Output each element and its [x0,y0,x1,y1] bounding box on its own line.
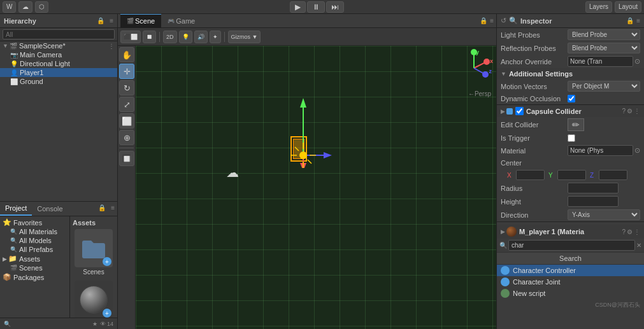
help-icon[interactable]: ? [622,228,626,235]
hierarchy-item[interactable]: ▼ 🎬 SampleScene* ⋮ [0,41,117,50]
radius-input[interactable]: 0.5 [568,183,619,193]
toggle-audio-button[interactable]: 🔊 [194,31,208,43]
scene-tab-icon: 🎬 [127,18,134,24]
transform-tool[interactable]: ⊕ [119,130,134,145]
tree-item-favorites[interactable]: ⭐ Favorites [1,218,68,227]
shading-mode-button[interactable]: 🔲 [143,31,156,43]
dynamic-occlusion-checkbox[interactable] [568,95,575,102]
edit-collider-button[interactable]: ✏ [568,118,584,131]
search-button[interactable]: Search [497,252,644,265]
hierarchy-item[interactable]: 📷 Main Camera [0,50,117,59]
collider-material-value: ⊙ [568,145,640,156]
tree-item-all-prefabs[interactable]: 🔍 All Prefabs [1,245,68,254]
scene-viewport[interactable]: x y z ←Persp [136,46,496,329]
tree-label: Assets [19,255,40,263]
menu-icon[interactable]: ≡ [108,202,117,216]
pause-button[interactable]: ⏸ [307,1,325,13]
material-input[interactable] [568,145,633,156]
overflow-icon[interactable]: ⋮ [634,108,640,115]
hierarchy-item[interactable]: 💡 Directional Light [0,59,117,68]
is-trigger-checkbox[interactable] [568,134,575,142]
y-axis-label: y [476,49,479,55]
tree-item-assets[interactable]: ▶ 📁 Assets [1,254,68,263]
menu-icon[interactable]: ≡ [110,17,113,24]
center-x-input[interactable]: 0 [516,170,545,180]
center-y-input[interactable]: 0 [557,170,586,180]
collab-button[interactable]: ☁ [18,1,32,13]
layout-button[interactable]: Layout [615,1,641,13]
hierarchy-item[interactable]: ⬜ Ground [0,77,117,86]
toggle-fx-button[interactable]: ✦ [210,31,221,43]
collider-enabled-checkbox[interactable] [515,107,524,115]
material-search-section: ▶ M_player 1 (Materia ? ⚙ ⋮ 🔍 ✕ Search [497,221,644,313]
settings-icon[interactable]: ⚙ [627,108,633,115]
add-icon: + [103,309,111,318]
search-result-character-controller[interactable]: Character Controller [497,265,644,276]
hierarchy-search-input[interactable] [3,29,115,39]
w-button[interactable]: W [3,1,16,13]
scale-tool[interactable]: ⤢ [119,97,134,112]
unity-logo-button[interactable]: ⬡ [35,1,48,13]
step-button[interactable]: ⏭ [326,1,344,13]
tab-scene[interactable]: 🎬 Scene [120,14,161,28]
capsule-collider-header[interactable]: ▶ Capsule Collider ? ⚙ ⋮ [497,104,644,117]
clear-icon[interactable]: ✕ [636,242,641,249]
settings-icon[interactable]: ⚙ [627,228,633,235]
capsule-collider-title: Capsule Collider [526,108,619,115]
collapse-icon: ▼ [501,71,506,77]
eye-icon: 👁 [100,321,106,327]
menu-icon[interactable]: ≡ [636,17,640,24]
toggle-2d-button[interactable]: 2D [163,31,177,43]
help-icon[interactable]: ? [622,108,626,115]
center-z-input[interactable]: 0 [599,170,627,180]
gizmos-button[interactable]: Gizmos ▼ [228,31,261,43]
additional-settings-header[interactable]: ▼ Additional Settings [497,68,644,80]
center-panel: 🎬 Scene 🎮 Game 🔒 ≡ ⬛⬜ 🔲 2D 💡 🔊 ✦ Gizmos … [118,14,496,329]
material-section-header[interactable]: ▶ M_player 1 (Materia ? ⚙ ⋮ [497,225,644,239]
rect-tool[interactable]: ⬜ [119,113,134,129]
hand-tool[interactable]: ✋ [119,47,134,62]
tree-item-packages[interactable]: 📦 Packages [1,272,68,282]
move-tool[interactable]: ✛ [119,64,134,79]
display-mode-button[interactable]: ⬛⬜ [120,31,141,43]
center-xyz-row: X 0 Y 0 Z 0 [497,169,644,181]
tree-item-all-materials[interactable]: 🔍 All Materials [1,227,68,236]
search-result-character-joint[interactable]: Character Joint [497,276,644,288]
context-icon[interactable]: ⋮ [108,43,115,50]
center-row: Center [497,157,644,169]
asset-item-scenes[interactable]: + Scenes [73,229,115,276]
assets-area: Assets + Scenes [70,216,117,318]
layers-button[interactable]: Layers [585,1,612,13]
component-search-input[interactable] [508,240,635,251]
light-probes-select[interactable]: Blend Probe [568,29,640,40]
toggle-light-button[interactable]: 💡 [179,31,192,43]
hierarchy-item-player1[interactable]: 👤 Player1 [0,68,117,77]
motion-vectors-select[interactable]: Per Object M [568,81,640,92]
light-probes-value: Blend Probe [568,29,640,40]
right-panel: ↺ 🔍 Inspector 🔒 ≡ Light Probes Blend Pro… [496,14,644,329]
collapse-icon: ▶ [501,228,505,235]
tab-project[interactable]: Project [0,202,32,216]
asset-item-mground[interactable]: + M_ground [73,281,115,318]
direction-select[interactable]: Y-Axis X-Axis Z-Axis [568,209,640,220]
anchor-override-input[interactable] [568,56,633,67]
scene-grid [136,46,496,329]
height-input[interactable]: 2 [568,196,619,207]
overflow-icon[interactable]: ⋮ [634,228,640,235]
search-result-new-script[interactable]: New script [497,288,644,299]
tab-console[interactable]: Console [32,202,68,216]
tree-item-all-models[interactable]: 🔍 All Models [1,236,68,245]
rotate-tool[interactable]: ↻ [119,80,134,95]
tree-item-scenes[interactable]: 🎬 Scenes [1,263,68,272]
menu-icon[interactable]: ≡ [490,17,494,24]
item-label: Ground [20,78,43,85]
is-trigger-label: Is Trigger [501,134,568,142]
custom-tool[interactable]: 🔲 [119,151,134,166]
tool-panel: ✋ ✛ ↻ ⤢ ⬜ ⊕ 🔲 [118,46,136,329]
tab-game[interactable]: 🎮 Game [161,14,201,28]
reflection-probes-select[interactable]: Blend Probe [568,43,640,53]
play-button[interactable]: ▶ [290,1,306,13]
object-picker-icon[interactable]: ⊙ [634,57,640,66]
collider-material-row: Material ⊙ [497,144,644,157]
object-picker-icon[interactable]: ⊙ [634,146,640,155]
